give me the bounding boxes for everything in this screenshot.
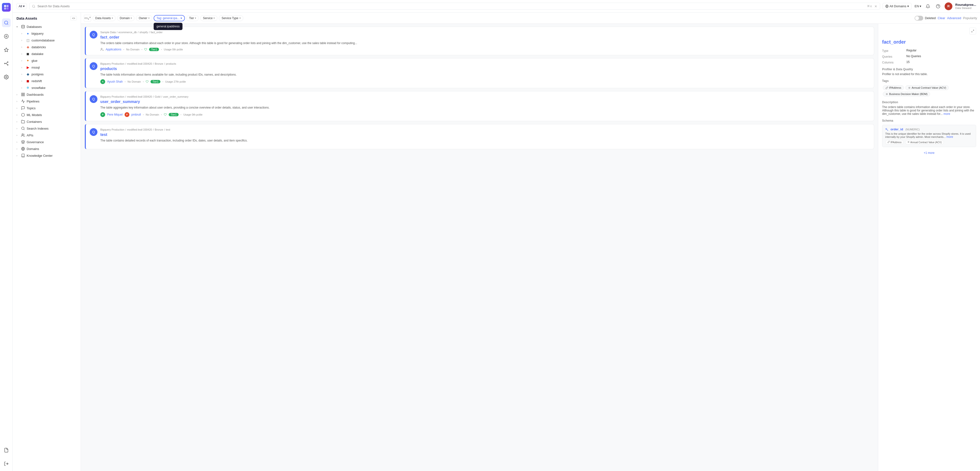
deleted-toggle[interactable] [915, 16, 923, 21]
profiler-text: Profiler is not enabled for this table. [882, 72, 976, 76]
datalake-label: datalake [32, 52, 43, 56]
result-card-products[interactable]: Q Bigquery Production/modified-leaf-3304… [85, 58, 874, 88]
sidebar-item-pipelines[interactable]: › Pipelines [13, 98, 81, 105]
detail-columns-row: Columns 15 [882, 60, 976, 64]
sidebar-item-redshift[interactable]: › ◼ redshift [18, 78, 81, 84]
filter-chip-owner[interactable]: Owner ▾ [136, 15, 152, 21]
sidebar-item-domains[interactable]: › Domains [13, 145, 81, 152]
nav-docs-icon[interactable] [2, 446, 11, 455]
sidebar-item-databases[interactable]: ▾ Databases [13, 23, 81, 30]
tag-ipaddress-label: IPAddress [889, 86, 901, 89]
filter-chip-service[interactable]: Service ▾ [200, 15, 217, 21]
tags-section-title: Tags [882, 79, 976, 83]
help-button[interactable] [934, 3, 942, 10]
sidebar-item-dashboards[interactable]: › Dashboards [13, 91, 81, 98]
tags-container: IPAddress Annual Contract Value (ACV) Bu… [882, 84, 976, 97]
sidebar-item-datalake[interactable]: › ◼ datalake [18, 50, 81, 57]
redshift-icon: ◼ [26, 79, 30, 83]
nav-logout-icon[interactable] [2, 459, 11, 468]
svg-point-19 [22, 25, 24, 26]
user-order-summary-title[interactable]: user_order_summary [100, 100, 870, 104]
nav-settings-icon[interactable] [2, 73, 11, 81]
svg-rect-0 [4, 5, 6, 7]
tag-pill-acv[interactable]: Annual Contract Value (ACV) [905, 85, 949, 90]
content-area: Q Sample Data/ecommerce_db/shopify/fact_… [81, 24, 980, 471]
schema-tag-ipaddress[interactable]: IPAddress [885, 140, 904, 145]
sidebar-item-mssql[interactable]: › ▶ mssql [18, 64, 81, 71]
search-input[interactable] [37, 4, 865, 8]
filter-domain-label: Domain [120, 16, 130, 20]
detail-toggle-button[interactable] [969, 28, 976, 34]
sidebar-item-governance[interactable]: › Governance [13, 138, 81, 145]
svg-point-9 [7, 64, 8, 65]
result-card-fact-order[interactable]: Q Sample Data/ecommerce_db/shopify/fact_… [85, 27, 874, 55]
bigquery-label: bigquery [32, 32, 44, 35]
nav-discover-icon[interactable] [2, 32, 11, 41]
clear-button[interactable]: Clear [938, 16, 945, 20]
knowledge-center-chevron: › [16, 154, 19, 157]
databases-label: Databases [27, 25, 42, 29]
products-title[interactable]: products [100, 67, 870, 71]
sidebar-item-topics[interactable]: › Topics [13, 105, 81, 111]
filter-chip-tag[interactable]: Tag: general.ipa... ▾ [154, 15, 185, 21]
svg-point-5 [4, 34, 8, 38]
global-search-box[interactable]: ⌘K [29, 3, 880, 10]
sidebar-item-customdatabase[interactable]: › ◫ customdatabase [18, 37, 81, 44]
filter-chip-tier[interactable]: Tier ▾ [186, 15, 199, 21]
notifications-button[interactable] [924, 3, 932, 10]
data-assets-chevron: ▾ [112, 17, 113, 19]
nav-quality-icon[interactable] [2, 46, 11, 54]
knowledge-center-icon [21, 153, 25, 158]
filter-chip-domain[interactable]: Domain ▾ [117, 15, 135, 21]
redshift-chevron: › [21, 80, 24, 83]
fact-order-owner: Applications [106, 48, 121, 51]
sidebar-item-databricks[interactable]: › ◈ databricks [18, 44, 81, 50]
queries-label: Queries [882, 54, 906, 58]
detail-title[interactable]: fact_order [882, 39, 976, 45]
popularity-button[interactable]: Popularity [963, 16, 977, 20]
products-tier: Tier1 [151, 80, 161, 83]
sidebar-item-postgres[interactable]: › ◆ postgres [18, 71, 81, 78]
test-title[interactable]: test [100, 132, 870, 137]
language-selector[interactable]: EN ▾ [915, 4, 921, 8]
result-card-test[interactable]: Q Bigquery Production/modified-leaf-3304… [85, 124, 874, 149]
tag-pill-ipaddress[interactable]: IPAddress [883, 85, 904, 90]
tag-pill-bdm[interactable]: Business Decision Maker (BDM) [883, 92, 930, 96]
filter-toggle-button[interactable]: <> [84, 15, 91, 22]
search-clear-icon[interactable] [874, 5, 878, 8]
filter-chip-data-assets[interactable]: Data Assets ▾ [92, 15, 116, 21]
sidebar-header: Data Assets <> [13, 13, 81, 22]
user-avatar[interactable]: R [945, 2, 952, 10]
sidebar-toggle-btn[interactable]: <> [70, 16, 77, 20]
sidebar-item-containers[interactable]: › Containers [13, 118, 81, 125]
nav-explore-icon[interactable] [2, 18, 11, 27]
svg-point-30 [101, 48, 102, 49]
description-more-link[interactable]: more [943, 112, 950, 116]
sidebar-item-apis[interactable]: › APIs [13, 132, 81, 138]
result-card-user-order-summary[interactable]: Q Bigquery Production/modified-leaf-3304… [85, 91, 874, 121]
left-sidebar [0, 0, 13, 471]
sidebar-item-search-indexes[interactable]: › Search Indexes [13, 125, 81, 132]
search-type-dropdown[interactable]: All ▾ [16, 3, 27, 9]
pipelines-icon [21, 99, 25, 103]
schema-tag-acv[interactable]: Annual Contract Value (ACV) [905, 140, 944, 145]
user-order-tier: Tier1 [169, 113, 178, 116]
app-logo[interactable] [2, 3, 11, 12]
advanced-button[interactable]: Advanced [947, 16, 961, 20]
fact-order-title[interactable]: fact_order [100, 35, 870, 40]
sidebar-item-ml-models[interactable]: › ML Models [13, 111, 81, 118]
sidebar-item-bigquery[interactable]: › ● bigquery [18, 30, 81, 37]
filter-chip-service-type[interactable]: Service Type ▾ [219, 15, 243, 21]
schema-field-more-link[interactable]: more [947, 135, 953, 138]
search-indexes-label: Search Indexes [27, 127, 48, 130]
sidebar-item-glue[interactable]: › ✦ glue [18, 57, 81, 64]
domain-selector[interactable]: All Domains ▾ [883, 3, 912, 10]
sidebar-item-snowflake[interactable]: › ❄ snowflake [18, 84, 81, 91]
nav-lineage-icon[interactable] [2, 59, 11, 68]
containers-icon [21, 119, 25, 124]
sidebar-item-knowledge-center[interactable]: › Knowledge Center [13, 152, 81, 159]
sidebar-tree: ▾ Databases › ● bigquery [13, 22, 81, 160]
datalake-chevron: › [21, 53, 24, 55]
schema-more-link[interactable]: +1 more [924, 151, 934, 154]
filter-tier-label: Tier [189, 16, 194, 20]
